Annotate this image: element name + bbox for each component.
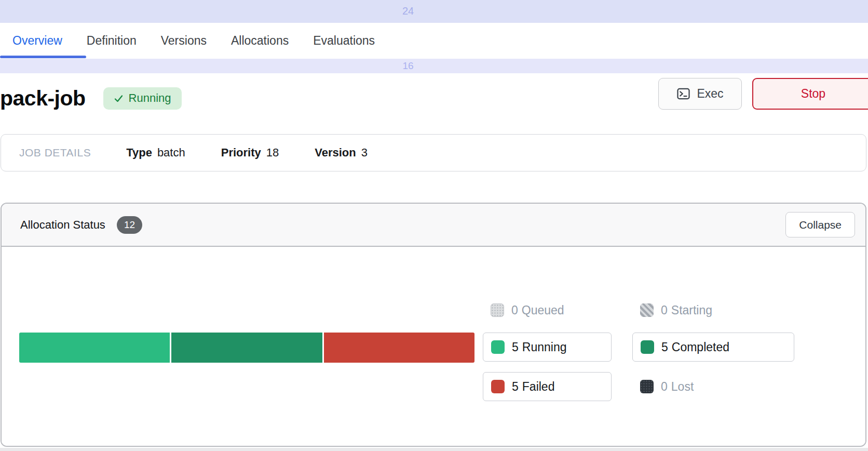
detail-priority: Priority 18	[221, 146, 279, 160]
legend-completed-text: 5Completed	[661, 340, 729, 354]
detail-version: Version 3	[315, 146, 368, 160]
detail-type: Type batch	[126, 146, 185, 160]
stop-button-label: Stop	[801, 87, 825, 101]
allocation-bar	[19, 333, 474, 363]
page-bottom-strip	[0, 448, 868, 451]
allocation-panel-header: Allocation Status 12 Collapse	[2, 204, 865, 247]
legend-starting-text: 0Starting	[661, 303, 712, 317]
job-details-label: JOB DETAILS	[19, 147, 91, 159]
check-icon	[114, 94, 124, 103]
page-title: pack-job	[0, 86, 86, 111]
tab-overview[interactable]: Overview	[12, 34, 62, 48]
detail-type-value: batch	[157, 146, 185, 160]
stop-button[interactable]: Stop	[752, 78, 868, 110]
bar-segment-completed[interactable]	[171, 333, 322, 363]
tab-evaluations[interactable]: Evaluations	[313, 34, 375, 48]
bar-segment-running[interactable]	[19, 333, 170, 363]
tab-definition[interactable]: Definition	[87, 34, 137, 48]
detail-version-value: 3	[361, 146, 368, 160]
top-counter-strip: 24	[0, 0, 868, 23]
detail-type-name: Type	[126, 146, 152, 160]
legend-failed-text: 5Failed	[512, 380, 554, 394]
legend-item-running[interactable]: 5Running	[483, 333, 612, 362]
allocation-panel-body: 0Queued 0Starting 5Running 5Completed 5F…	[2, 247, 865, 446]
starting-swatch	[640, 303, 654, 317]
allocation-status-panel: Allocation Status 12 Collapse 0Queued 0S…	[1, 203, 866, 447]
status-badge-label: Running	[129, 91, 171, 105]
collapse-button-label: Collapse	[799, 219, 842, 231]
exec-button-label: Exec	[697, 87, 723, 101]
failed-swatch	[491, 380, 505, 393]
tab-versions[interactable]: Versions	[161, 34, 207, 48]
top-counter-value: 24	[384, 5, 432, 17]
completed-swatch	[641, 340, 654, 354]
legend-queued-text: 0Queued	[511, 303, 564, 317]
legend-item-starting[interactable]: 0Starting	[640, 302, 712, 318]
terminal-icon	[676, 87, 690, 101]
lost-swatch	[640, 380, 654, 393]
collapse-button[interactable]: Collapse	[785, 212, 855, 237]
middle-counter-value: 16	[384, 60, 432, 72]
job-tabbar: Overview Definition Versions Allocations…	[0, 23, 868, 59]
queued-swatch	[491, 303, 504, 317]
status-badge: Running	[103, 87, 182, 110]
bar-segment-failed[interactable]	[324, 333, 474, 363]
running-swatch	[491, 340, 505, 354]
legend-item-failed[interactable]: 5Failed	[483, 372, 612, 401]
legend-running-text: 5Running	[512, 340, 566, 354]
detail-version-name: Version	[315, 146, 356, 160]
exec-button[interactable]: Exec	[658, 78, 742, 110]
legend-item-lost[interactable]: 0Lost	[640, 372, 694, 401]
tab-allocations[interactable]: Allocations	[231, 34, 289, 48]
detail-priority-value: 18	[266, 146, 279, 160]
allocation-count-badge: 12	[117, 216, 142, 234]
legend-item-completed[interactable]: 5Completed	[632, 333, 794, 362]
legend-lost-text: 0Lost	[661, 380, 694, 394]
allocation-panel-title: Allocation Status	[20, 218, 105, 232]
job-title-row: pack-job Running Exec Stop	[0, 73, 868, 123]
middle-counter-strip: 16	[0, 59, 868, 73]
detail-priority-name: Priority	[221, 146, 261, 160]
legend-item-queued[interactable]: 0Queued	[491, 302, 564, 318]
active-tab-underline	[0, 56, 86, 58]
job-details-bar: JOB DETAILS Type batch Priority 18 Versi…	[1, 134, 866, 171]
